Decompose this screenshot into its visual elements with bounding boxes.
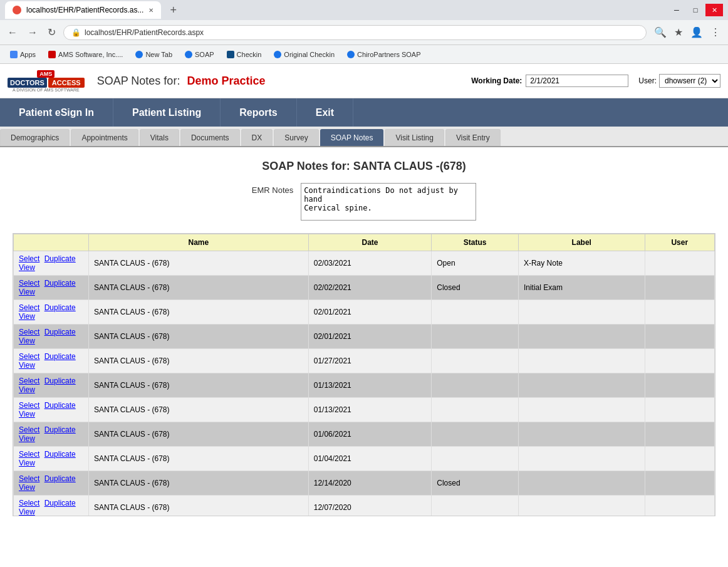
view-link[interactable]: View	[19, 385, 35, 394]
duplicate-link[interactable]: Duplicate	[44, 377, 76, 385]
row-date: 01/27/2021	[308, 349, 432, 373]
new-tab-button[interactable]: +	[166, 3, 180, 18]
duplicate-link[interactable]: Duplicate	[44, 499, 76, 507]
table-header-row: Name Date Status Label User	[14, 234, 715, 251]
view-link[interactable]: View	[19, 312, 35, 321]
row-name: SANTA CLAUS - (678)	[89, 373, 309, 398]
app-header: AMS DOCTORS ACCESS A DIVISION OF AMS SOF…	[0, 64, 728, 98]
select-link[interactable]: Select	[19, 474, 39, 483]
emr-notes-label: EMR Notes	[252, 183, 293, 195]
bookmark-checkin-label: Checkin	[237, 51, 262, 58]
view-link[interactable]: View	[19, 410, 35, 419]
tab-demographics[interactable]: Demographics	[0, 129, 70, 146]
address-bar[interactable]: 🔒 localhost/EHR/PatientRecords.aspx	[63, 25, 647, 40]
select-link[interactable]: Select	[19, 328, 39, 336]
duplicate-link[interactable]: Duplicate	[44, 401, 76, 410]
row-label	[518, 422, 645, 447]
bookmark-original-checkin[interactable]: Original Checkin	[269, 49, 340, 60]
tab-title: localhost/EHR/PatientRecords.as...	[26, 6, 143, 14]
tab-visit-entry[interactable]: Visit Entry	[445, 129, 501, 146]
view-link[interactable]: View	[19, 434, 35, 443]
row-status	[432, 398, 519, 422]
search-icon[interactable]: 🔍	[652, 24, 669, 41]
app-title: SOAP Notes for: Demo Practice	[97, 75, 266, 88]
tab-survey[interactable]: Survey	[274, 129, 318, 146]
select-link[interactable]: Select	[19, 303, 39, 312]
view-link[interactable]: View	[19, 483, 35, 492]
select-link[interactable]: Select	[19, 254, 39, 263]
row-actions: Select Duplicate View	[14, 349, 89, 373]
row-date: 12/14/2020	[308, 471, 432, 496]
emr-notes-textarea[interactable]: Contraindications Do not adjust by hand …	[301, 183, 476, 221]
duplicate-link[interactable]: Duplicate	[44, 303, 76, 312]
table-scroll[interactable]: Name Date Status Label User Select Dupli…	[13, 234, 715, 516]
tab-close-icon[interactable]: ✕	[148, 7, 153, 14]
bookmark-soap-label: SOAP	[195, 51, 214, 58]
row-label	[518, 398, 645, 422]
row-label	[518, 471, 645, 496]
tab-visit-listing[interactable]: Visit Listing	[385, 129, 444, 146]
duplicate-link[interactable]: Duplicate	[44, 352, 76, 361]
nav-patient-esign[interactable]: Patient eSign In	[0, 98, 113, 127]
bookmark-apps[interactable]: Apps	[5, 49, 41, 60]
back-button[interactable]: ←	[5, 24, 20, 41]
select-link[interactable]: Select	[19, 499, 39, 507]
select-link[interactable]: Select	[19, 450, 39, 459]
bookmark-checkin[interactable]: Checkin	[222, 49, 267, 60]
close-button[interactable]: ✕	[705, 4, 723, 16]
row-status: Closed	[432, 276, 519, 300]
bookmark-chiropartners[interactable]: ChiroPartners SOAP	[342, 49, 425, 60]
view-link[interactable]: View	[19, 336, 35, 345]
duplicate-link[interactable]: Duplicate	[44, 425, 76, 434]
view-link[interactable]: View	[19, 507, 35, 516]
select-link[interactable]: Select	[19, 352, 39, 361]
bookmark-ams[interactable]: AMS Software, Inc....	[43, 49, 128, 60]
duplicate-link[interactable]: Duplicate	[44, 254, 76, 263]
maximize-button[interactable]: □	[687, 4, 704, 16]
logo-subtitle: A DIVISION OF AMS SOFTWARE	[13, 88, 80, 92]
forward-button[interactable]: →	[25, 24, 40, 41]
view-link[interactable]: View	[19, 459, 35, 467]
select-link[interactable]: Select	[19, 377, 39, 385]
working-date-input[interactable]	[526, 75, 628, 87]
row-status	[432, 373, 519, 398]
view-link[interactable]: View	[19, 263, 35, 272]
select-link[interactable]: Select	[19, 425, 39, 434]
profile-icon[interactable]: 👤	[688, 24, 705, 41]
original-checkin-favicon	[274, 51, 281, 58]
duplicate-link[interactable]: Duplicate	[44, 279, 76, 288]
row-label: Initial Exam	[518, 276, 645, 300]
working-date-label: Working Date:	[471, 76, 522, 85]
duplicate-link[interactable]: Duplicate	[44, 450, 76, 459]
select-link[interactable]: Select	[19, 401, 39, 410]
tab-soap-notes[interactable]: SOAP Notes	[320, 129, 384, 146]
browser-tab[interactable]: localhost/EHR/PatientRecords.as... ✕	[5, 1, 161, 19]
bookmark-newtab[interactable]: New Tab	[130, 49, 177, 60]
tab-appointments[interactable]: Appointments	[71, 129, 138, 146]
nav-reports[interactable]: Reports	[221, 98, 296, 127]
select-link[interactable]: Select	[19, 279, 39, 288]
tab-documents[interactable]: Documents	[180, 129, 240, 146]
duplicate-link[interactable]: Duplicate	[44, 474, 76, 483]
row-name: SANTA CLAUS - (678)	[89, 398, 309, 422]
bookmark-icon[interactable]: ★	[672, 24, 685, 41]
table-row: Select Duplicate View SANTA CLAUS - (678…	[14, 373, 715, 398]
row-user	[645, 251, 714, 276]
view-link[interactable]: View	[19, 361, 35, 370]
reload-button[interactable]: ↻	[45, 24, 58, 41]
browser-chrome: localhost/EHR/PatientRecords.as... ✕ + ─…	[0, 0, 728, 64]
tab-dx[interactable]: DX	[241, 129, 273, 146]
menu-icon[interactable]: ⋮	[708, 24, 723, 41]
nav-exit[interactable]: Exit	[297, 98, 353, 127]
view-link[interactable]: View	[19, 288, 35, 296]
row-user	[645, 300, 714, 325]
minimize-button[interactable]: ─	[668, 4, 685, 16]
table-row: Select Duplicate View SANTA CLAUS - (678…	[14, 251, 715, 276]
duplicate-link[interactable]: Duplicate	[44, 328, 76, 336]
tab-vitals[interactable]: Vitals	[140, 129, 179, 146]
row-user	[645, 373, 714, 398]
nav-patient-listing[interactable]: Patient Listing	[113, 98, 221, 127]
row-user	[645, 447, 714, 471]
user-select[interactable]: dhowserr (2)	[659, 74, 720, 88]
bookmark-soap[interactable]: SOAP	[180, 49, 219, 60]
